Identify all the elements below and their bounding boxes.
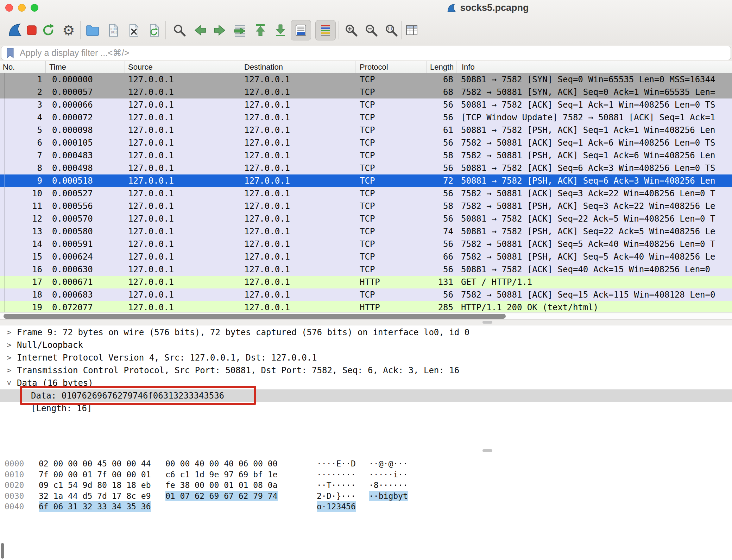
- minimize-window-button[interactable]: [18, 4, 26, 12]
- packet-row[interactable]: 90.000518127.0.0.1127.0.0.1TCP7250881 → …: [0, 174, 732, 187]
- go-last-packet-button[interactable]: [273, 23, 288, 38]
- hex-ascii2[interactable]: ·····i··: [369, 469, 408, 480]
- packet-cell-source: 127.0.0.1: [125, 238, 241, 250]
- expand-chevron-icon[interactable]: >: [5, 351, 13, 364]
- packet-cell-no: 5: [0, 124, 46, 136]
- pane-splitter[interactable]: [0, 319, 732, 325]
- hex-ascii1[interactable]: o·123456: [317, 501, 356, 512]
- packet-row[interactable]: 30.000066127.0.0.1127.0.0.1TCP5650881 → …: [0, 98, 732, 111]
- packet-cell-length: 56: [427, 136, 456, 149]
- packet-cell-destination: 127.0.0.1: [241, 162, 355, 174]
- packet-row[interactable]: 100.000527127.0.0.1127.0.0.1TCP567582 → …: [0, 187, 732, 200]
- packet-row[interactable]: 140.000591127.0.0.1127.0.0.1TCP567582 → …: [0, 238, 732, 250]
- hex-ascii2[interactable]: ··@·@···: [369, 458, 408, 469]
- go-to-packet-button[interactable]: [232, 23, 248, 38]
- detail-line[interactable]: >Null/Loopback: [0, 339, 732, 351]
- go-back-button[interactable]: [192, 23, 208, 38]
- packet-cell-destination: 127.0.0.1: [241, 98, 355, 111]
- column-header-source[interactable]: Source: [125, 61, 241, 73]
- zoom-in-button[interactable]: [343, 23, 359, 38]
- packet-cell-source: 127.0.0.1: [125, 162, 241, 174]
- collapse-chevron-icon[interactable]: >: [3, 379, 15, 387]
- zoom-out-button[interactable]: [364, 23, 379, 38]
- packet-cell-time: 0.000518: [46, 174, 125, 187]
- close-window-button[interactable]: [5, 4, 13, 12]
- hex-hex2[interactable]: c6 c1 1d 9e 97 69 bf 1e: [165, 469, 278, 480]
- column-header-info[interactable]: Info: [456, 61, 732, 73]
- wireshark-logo-icon: [446, 3, 456, 13]
- detail-line[interactable]: [Length: 16]: [0, 402, 732, 415]
- hex-hex1[interactable]: 02 00 00 00 45 00 00 44: [39, 458, 151, 469]
- packet-row[interactable]: 190.072077127.0.0.1127.0.0.1HTTP285HTTP/…: [0, 301, 732, 314]
- packet-row[interactable]: 20.000057127.0.0.1127.0.0.1TCP687582 → 5…: [0, 86, 732, 98]
- hex-hex1[interactable]: 7f 00 00 01 7f 00 00 01: [39, 469, 151, 480]
- display-filter-input[interactable]: [20, 46, 583, 60]
- hex-hex2[interactable]: 00 00 40 00 40 06 00 00: [165, 458, 278, 469]
- filter-bookmark-icon[interactable]: [6, 47, 15, 59]
- hex-ascii2[interactable]: ··bigbyt: [369, 491, 408, 502]
- wireshark-fin-icon[interactable]: [7, 23, 23, 38]
- zoom-100-button[interactable]: 1:1: [384, 23, 399, 38]
- open-file-button[interactable]: [85, 23, 100, 38]
- packet-cell-info: 7582 → 50881 [ACK] Seq=1 Ack=6 Win=40825…: [456, 136, 732, 149]
- packet-row[interactable]: 50.000098127.0.0.1127.0.0.1TCP6150881 → …: [0, 124, 732, 136]
- column-header-protocol[interactable]: Protocol: [355, 61, 427, 73]
- packet-cell-time: 0.000591: [46, 238, 125, 250]
- expand-chevron-icon[interactable]: >: [5, 364, 13, 377]
- detail-line[interactable]: >Internet Protocol Version 4, Src: 127.0…: [0, 351, 732, 364]
- packet-row[interactable]: 160.000630127.0.0.1127.0.0.1TCP5650881 →…: [0, 263, 732, 276]
- packet-row[interactable]: 150.000624127.0.0.1127.0.0.1TCP667582 → …: [0, 250, 732, 263]
- hex-hex1[interactable]: 09 c1 54 9d 80 18 18 eb: [39, 480, 151, 491]
- stop-capture-button[interactable]: [24, 23, 39, 38]
- column-header-no[interactable]: No.: [0, 61, 46, 73]
- hex-ascii1[interactable]: ····E··D: [317, 458, 356, 469]
- go-first-packet-button[interactable]: [253, 23, 268, 38]
- zoom-window-button[interactable]: [31, 4, 38, 12]
- packet-cell-destination: 127.0.0.1: [241, 111, 355, 124]
- packet-cell-info: HTTP/1.1 200 OK (text/html): [456, 301, 732, 314]
- packet-row[interactable]: 170.000671127.0.0.1127.0.0.1HTTP131GET /…: [0, 276, 732, 288]
- auto-scroll-toggle-button[interactable]: [293, 23, 309, 38]
- window-chrome: socks5.pcapng ⚙ 01011010: [0, 0, 732, 45]
- packet-row[interactable]: 10.000000127.0.0.1127.0.0.1TCP6850881 → …: [0, 73, 732, 86]
- detail-line[interactable]: >Frame 9: 72 bytes on wire (576 bits), 7…: [0, 326, 732, 339]
- packet-row[interactable]: 110.000556127.0.0.1127.0.0.1TCP587582 → …: [0, 200, 732, 212]
- detail-line[interactable]: >Transmission Control Protocol, Src Port…: [0, 364, 732, 377]
- close-file-button[interactable]: [126, 23, 141, 38]
- expand-chevron-icon[interactable]: >: [5, 339, 13, 351]
- packet-row[interactable]: 120.000570127.0.0.1127.0.0.1TCP5650881 →…: [0, 212, 732, 225]
- hex-hex1[interactable]: 32 1a 44 d5 7d 17 8c e9: [39, 491, 151, 502]
- save-file-button[interactable]: 01011010: [106, 23, 121, 38]
- hex-ascii2[interactable]: ·8······: [369, 480, 408, 491]
- splitter-grip[interactable]: [482, 449, 492, 452]
- resize-columns-button[interactable]: [404, 23, 419, 38]
- hex-ascii1[interactable]: ··T·····: [317, 480, 356, 491]
- hex-hex2[interactable]: 01 07 62 69 67 62 79 74: [165, 491, 278, 502]
- hex-hex1[interactable]: 6f 06 31 32 33 34 35 36: [39, 501, 151, 512]
- packet-row[interactable]: 70.000483127.0.0.1127.0.0.1TCP587582 → 5…: [0, 149, 732, 162]
- column-header-destination[interactable]: Destination: [241, 61, 355, 73]
- packet-row[interactable]: 40.000072127.0.0.1127.0.0.1TCP56[TCP Win…: [0, 111, 732, 124]
- packet-row[interactable]: 60.000105127.0.0.1127.0.0.1TCP567582 → 5…: [0, 136, 732, 149]
- packet-row[interactable]: 130.000580127.0.0.1127.0.0.1TCP7450881 →…: [0, 225, 732, 238]
- packet-row[interactable]: 180.000683127.0.0.1127.0.0.1TCP567582 → …: [0, 288, 732, 301]
- hscrollbar-thumb[interactable]: [4, 314, 506, 319]
- find-packet-button[interactable]: [172, 23, 187, 38]
- detail-line[interactable]: Data: 01076269676279746f06313233343536: [0, 389, 732, 402]
- hex-hex2[interactable]: fe 38 00 00 01 01 08 0a: [165, 480, 278, 491]
- colorize-toggle-button[interactable]: [318, 23, 333, 38]
- packet-cell-no: 10: [0, 187, 46, 200]
- hex-ascii1[interactable]: ········: [317, 469, 356, 480]
- expand-chevron-icon[interactable]: >: [5, 326, 13, 339]
- splitter-grip[interactable]: [482, 321, 492, 324]
- detail-line[interactable]: >Data (16 bytes): [0, 377, 732, 389]
- restart-capture-button[interactable]: [40, 23, 56, 38]
- vertical-scrollbar-thumb[interactable]: [1, 543, 4, 559]
- packet-cell-destination: 127.0.0.1: [241, 288, 355, 301]
- packet-row[interactable]: 80.000498127.0.0.1127.0.0.1TCP5650881 → …: [0, 162, 732, 174]
- column-header-length[interactable]: Length: [427, 61, 456, 73]
- hex-ascii1[interactable]: 2·D·}···: [317, 491, 356, 502]
- capture-options-button[interactable]: ⚙: [61, 23, 76, 38]
- go-forward-button[interactable]: [212, 23, 228, 38]
- reload-file-button[interactable]: [146, 23, 162, 38]
